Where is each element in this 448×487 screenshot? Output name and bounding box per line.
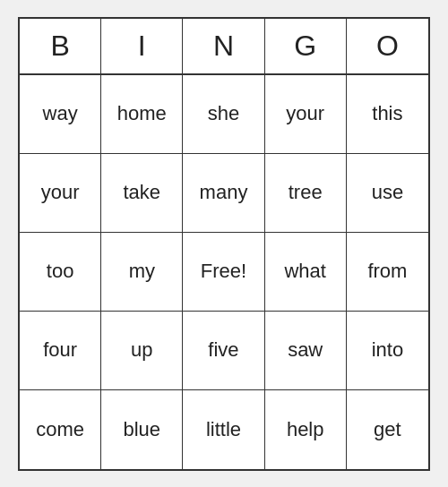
bingo-header-letter: B [20, 19, 101, 73]
bingo-cell-r1-c0: your [20, 154, 101, 233]
bingo-cell-r4-c2: little [183, 390, 264, 469]
bingo-cell-r0-c4: this [347, 75, 428, 154]
bingo-cell-r0-c1: home [101, 75, 183, 154]
bingo-cell-r2-c2: Free! [183, 233, 264, 312]
bingo-header-letter: G [265, 19, 347, 73]
bingo-header-letter: O [347, 19, 428, 73]
bingo-card: BINGO wayhomesheyourthisyourtakemanytree… [18, 17, 430, 471]
bingo-cell-r3-c3: saw [265, 312, 347, 390]
bingo-header: BINGO [20, 19, 428, 75]
bingo-cell-r4-c1: blue [101, 390, 183, 469]
bingo-cell-r4-c3: help [265, 390, 347, 469]
bingo-cell-r1-c3: tree [265, 154, 347, 233]
bingo-cell-r0-c3: your [265, 75, 347, 154]
bingo-header-letter: N [183, 19, 264, 73]
bingo-cell-r1-c4: use [347, 154, 428, 233]
bingo-cell-r4-c0: come [20, 390, 101, 469]
bingo-cell-r3-c4: into [347, 312, 428, 390]
bingo-cell-r2-c1: my [101, 233, 183, 312]
bingo-cell-r3-c2: five [183, 312, 264, 390]
bingo-cell-r3-c0: four [20, 312, 101, 390]
bingo-grid: wayhomesheyourthisyourtakemanytreeusetoo… [20, 75, 428, 469]
bingo-cell-r2-c0: too [20, 233, 101, 312]
bingo-cell-r1-c2: many [183, 154, 264, 233]
bingo-cell-r1-c1: take [101, 154, 183, 233]
bingo-cell-r0-c0: way [20, 75, 101, 154]
bingo-cell-r0-c2: she [183, 75, 264, 154]
bingo-cell-r2-c3: what [265, 233, 347, 312]
bingo-header-letter: I [101, 19, 183, 73]
bingo-cell-r2-c4: from [347, 233, 428, 312]
bingo-cell-r4-c4: get [347, 390, 428, 469]
bingo-cell-r3-c1: up [101, 312, 183, 390]
